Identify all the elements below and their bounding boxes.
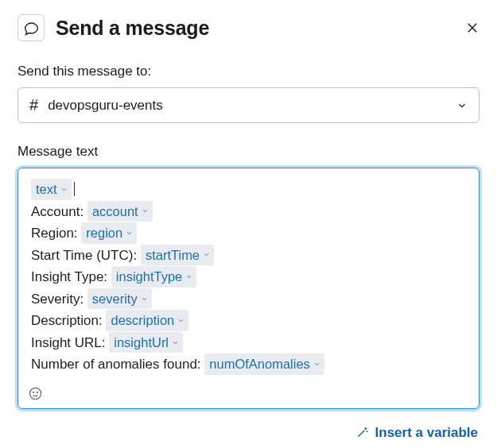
hash-icon: # [29, 96, 38, 114]
line-prefix: Region: [31, 226, 81, 241]
chevron-down-icon [172, 339, 179, 346]
chevron-down-icon [313, 361, 320, 368]
chevron-down-icon [185, 273, 192, 280]
message-content[interactable]: textAccount: accountRegion: regionStart … [18, 168, 479, 382]
chevron-down-icon [456, 100, 468, 111]
message-line: Insight URL: insightUrl [31, 332, 466, 354]
line-prefix: Start Time (UTC): [31, 248, 141, 263]
svg-point-2 [29, 388, 41, 399]
chevron-down-icon [177, 317, 184, 324]
channel-select[interactable]: # devopsguru-events [17, 87, 480, 123]
variable-name: severity [92, 288, 138, 310]
chevron-down-icon [60, 186, 68, 193]
variable-name: insightType [116, 266, 182, 288]
variable-name: account [92, 201, 138, 222]
variable-chip[interactable]: description [106, 310, 188, 331]
variable-name: insightUrl [114, 332, 169, 353]
emoji-icon[interactable] [28, 386, 43, 401]
wand-icon [355, 426, 369, 439]
dialog-header: Send a message [17, 14, 480, 41]
line-prefix: Severity: [31, 292, 87, 307]
svg-line-5 [358, 431, 364, 437]
insert-variable-button[interactable]: Insert a variable [355, 425, 478, 441]
variable-name: text [36, 179, 57, 200]
variable-chip[interactable]: insightUrl [109, 332, 183, 353]
message-textarea[interactable]: textAccount: accountRegion: regionStart … [17, 168, 480, 409]
variable-chip[interactable]: text [31, 179, 72, 200]
line-prefix: Insight Type: [31, 269, 111, 284]
channel-name: devopsguru-events [48, 98, 447, 114]
chevron-down-icon [203, 251, 210, 258]
variable-name: description [111, 310, 174, 331]
text-cursor [74, 182, 75, 196]
line-prefix: Insight URL: [31, 335, 109, 350]
insert-variable-label: Insert a variable [375, 425, 478, 441]
message-text-label: Message text [17, 144, 480, 160]
send-to-label: Send this message to: [17, 64, 480, 79]
message-line: Number of anomalies found: numOfAnomalie… [31, 353, 466, 376]
line-prefix: Account: [31, 204, 87, 219]
variable-name: startTime [146, 245, 200, 266]
message-line: Start Time (UTC): startTime [31, 245, 466, 267]
message-line: Severity: severity [31, 288, 466, 311]
svg-point-3 [33, 392, 34, 392]
dialog-title: Send a message [56, 17, 454, 40]
message-line: Account: account [31, 201, 466, 223]
variable-chip[interactable]: numOfAnomalies [204, 353, 324, 375]
chevron-down-icon [126, 230, 133, 237]
message-line: Region: region [31, 222, 466, 245]
variable-chip[interactable]: startTime [141, 245, 214, 266]
dialog-footer: Insert a variable [17, 425, 480, 441]
speech-bubble-icon [23, 20, 40, 37]
variable-name: numOfAnomalies [209, 353, 310, 375]
chevron-down-icon [142, 207, 149, 214]
variable-chip[interactable]: insightType [111, 266, 196, 288]
variable-name: region [86, 222, 122, 244]
variable-chip[interactable]: severity [87, 288, 152, 310]
message-toolbar [18, 382, 479, 408]
message-line: Description: description [31, 310, 466, 332]
message-line: Insight Type: insightType [31, 266, 466, 288]
message-line: text [31, 179, 466, 201]
line-prefix: Number of anomalies found: [31, 357, 204, 372]
variable-chip[interactable]: region [81, 222, 137, 244]
speech-icon-box [17, 14, 45, 41]
close-icon[interactable] [465, 21, 480, 35]
variable-chip[interactable]: account [87, 201, 153, 222]
svg-point-4 [37, 392, 37, 392]
line-prefix: Description: [31, 313, 106, 328]
chevron-down-icon [141, 295, 148, 303]
